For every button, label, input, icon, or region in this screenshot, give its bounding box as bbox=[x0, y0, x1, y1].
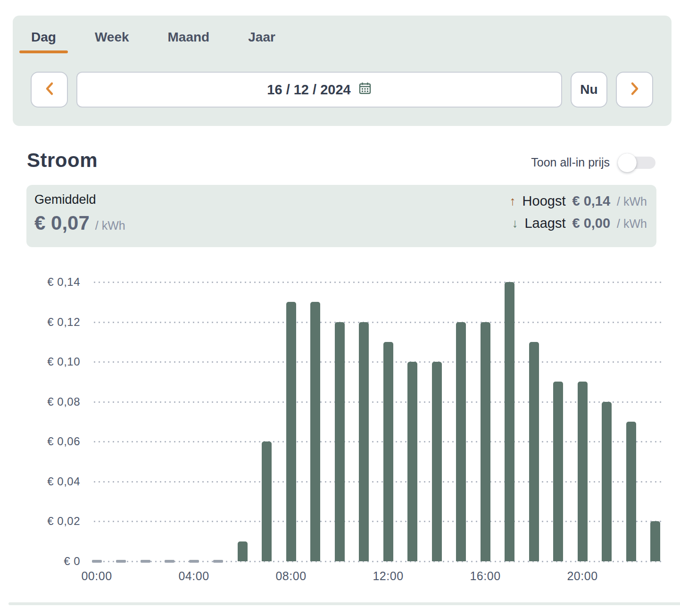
price-bar-09:00[interactable] bbox=[310, 302, 320, 561]
y-tick-label: € 0,02 bbox=[19, 515, 80, 528]
gridline bbox=[94, 322, 663, 323]
toggle-knob bbox=[618, 153, 637, 172]
now-button[interactable]: Nu bbox=[571, 72, 607, 108]
y-tick-label: € 0,08 bbox=[19, 395, 80, 408]
period-tabs: Dag Week Maand Jaar bbox=[19, 27, 672, 53]
average-unit: / kWh bbox=[95, 219, 125, 233]
highest-unit: / kWh bbox=[617, 195, 647, 208]
header-panel: Dag Week Maand Jaar 16 / 12 / 2024 bbox=[13, 16, 672, 126]
lowest-label: Laagst bbox=[524, 216, 565, 231]
price-bar-15:00[interactable] bbox=[456, 322, 466, 561]
highest-value: € 0,14 bbox=[572, 193, 610, 209]
price-bar-17:00[interactable] bbox=[505, 282, 514, 561]
next-day-button[interactable] bbox=[616, 72, 653, 108]
price-bar-10:00[interactable] bbox=[335, 322, 345, 561]
section-divider bbox=[8, 602, 680, 605]
price-bar-14:00[interactable] bbox=[432, 362, 442, 561]
y-tick-label: € 0,04 bbox=[19, 475, 80, 488]
price-bar-07:00[interactable] bbox=[262, 441, 272, 561]
price-bar-19:00[interactable] bbox=[553, 382, 563, 561]
price-summary-panel: Gemiddeld € 0,07 / kWh ↑ Hoogst € 0,14 /… bbox=[26, 185, 656, 247]
y-tick-label: € 0,12 bbox=[19, 316, 80, 329]
x-tick-label: 00:00 bbox=[66, 569, 127, 583]
chevron-right-icon bbox=[629, 82, 640, 98]
average-price-block: Gemiddeld € 0,07 / kWh bbox=[34, 192, 125, 234]
lowest-value: € 0,00 bbox=[572, 216, 610, 231]
previous-day-button[interactable] bbox=[31, 72, 68, 108]
x-tick-label: 20:00 bbox=[552, 569, 613, 583]
calendar-icon bbox=[358, 82, 372, 98]
lowest-unit: / kWh bbox=[617, 217, 647, 231]
tab-jaar[interactable]: Jaar bbox=[236, 27, 287, 53]
lowest-price-row: ↓ Laagst € 0,00 / kWh bbox=[510, 216, 647, 231]
price-bar-08:00[interactable] bbox=[286, 302, 296, 561]
y-tick-label: € 0 bbox=[19, 555, 80, 568]
price-bar-11:00[interactable] bbox=[359, 322, 369, 561]
all-in-price-row: Toon all-in prijs bbox=[531, 156, 655, 169]
price-bar-00:00[interactable] bbox=[92, 560, 102, 563]
chevron-left-icon bbox=[44, 82, 55, 98]
arrow-up-icon: ↑ bbox=[510, 194, 516, 208]
price-bar-16:00[interactable] bbox=[481, 322, 490, 561]
price-bar-13:00[interactable] bbox=[407, 362, 417, 561]
price-bar-22:00[interactable] bbox=[626, 422, 636, 561]
all-in-price-toggle[interactable] bbox=[619, 157, 655, 169]
price-bar-12:00[interactable] bbox=[383, 342, 393, 561]
arrow-down-icon: ↓ bbox=[512, 216, 518, 231]
price-bar-06:00[interactable] bbox=[238, 541, 248, 561]
x-tick-label: 12:00 bbox=[357, 569, 419, 583]
price-bar-03:00[interactable] bbox=[165, 560, 174, 563]
date-input[interactable]: 16 / 12 / 2024 bbox=[76, 72, 562, 108]
price-bar-04:00[interactable] bbox=[189, 560, 199, 563]
page-title: Stroom bbox=[27, 149, 98, 172]
x-tick-label: 16:00 bbox=[455, 569, 516, 583]
toggle-label: Toon all-in prijs bbox=[531, 156, 610, 169]
highest-label: Hoogst bbox=[522, 193, 566, 209]
average-label: Gemiddeld bbox=[34, 192, 125, 207]
gridline bbox=[94, 361, 663, 363]
price-chart: € 0€ 0,02€ 0,04€ 0,06€ 0,08€ 0,10€ 0,12€… bbox=[0, 269, 680, 599]
price-bar-18:00[interactable] bbox=[529, 342, 539, 561]
tab-maand[interactable]: Maand bbox=[156, 27, 222, 53]
x-tick-label: 08:00 bbox=[260, 569, 322, 583]
date-nav-row: 16 / 12 / 2024 Nu bbox=[31, 72, 653, 108]
average-value: € 0,07 bbox=[34, 212, 90, 234]
price-bar-20:00[interactable] bbox=[578, 382, 588, 561]
date-value: 16 / 12 / 2024 bbox=[267, 82, 350, 98]
y-tick-label: € 0,06 bbox=[19, 435, 80, 448]
price-bar-23:00[interactable] bbox=[650, 521, 660, 561]
highest-price-row: ↑ Hoogst € 0,14 / kWh bbox=[510, 193, 647, 209]
highest-lowest-block: ↑ Hoogst € 0,14 / kWh ↓ Laagst € 0,00 / … bbox=[510, 193, 647, 231]
x-tick-label: 04:00 bbox=[163, 569, 224, 583]
price-bar-01:00[interactable] bbox=[116, 560, 126, 563]
price-bar-02:00[interactable] bbox=[141, 560, 150, 563]
gridline bbox=[94, 282, 663, 283]
price-bar-21:00[interactable] bbox=[602, 402, 612, 561]
tab-week[interactable]: Week bbox=[83, 27, 141, 53]
tab-dag[interactable]: Dag bbox=[19, 27, 68, 53]
y-tick-label: € 0,14 bbox=[19, 275, 80, 289]
price-bar-05:00[interactable] bbox=[213, 560, 223, 563]
y-tick-label: € 0,10 bbox=[19, 355, 80, 368]
